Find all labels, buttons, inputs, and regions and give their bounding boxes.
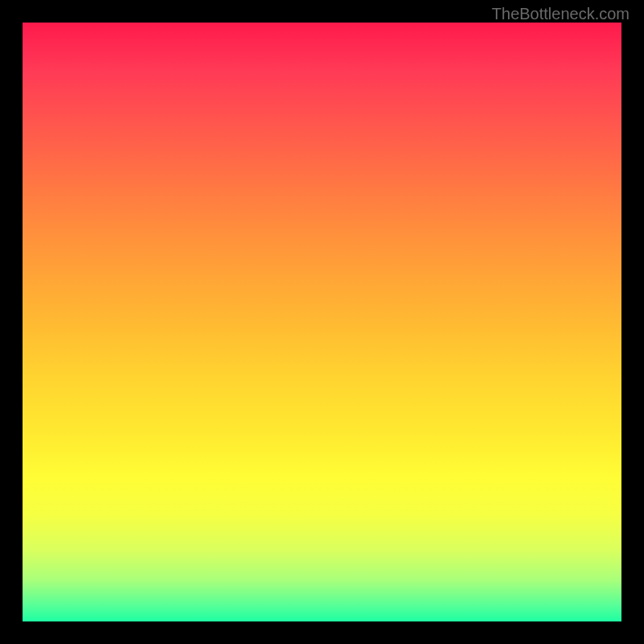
chart-frame: TheBottleneck.com	[0, 0, 644, 644]
chart-overlay	[23, 23, 621, 621]
watermark-text: TheBottleneck.com	[492, 5, 630, 23]
